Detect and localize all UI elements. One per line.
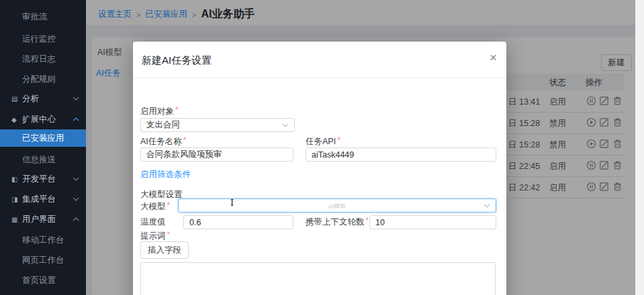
- sidebar: 审批流 运行监控 流程日志 分配规则 ▤ 分析 ◆ 扩展中心 已安装应用 信息推…: [0, 0, 86, 295]
- sidebar-item-message-push[interactable]: 信息推送: [0, 150, 86, 170]
- prompt-textarea[interactable]: [140, 262, 496, 295]
- chevron-up-icon: [73, 217, 79, 221]
- required-mark: *: [175, 105, 179, 115]
- sidebar-group-user-interface[interactable]: ▦ 用户界面: [0, 209, 86, 229]
- chevron-down-icon: [73, 97, 79, 101]
- context-rounds-input[interactable]: [369, 215, 496, 229]
- analysis-icon: ▤: [11, 95, 20, 103]
- app-window: 设置主页 > 已安装应用 > AI业务助手 AI模型 AI任务 新建 状态 操作…: [0, 0, 644, 295]
- scrollbar-track[interactable]: [635, 0, 644, 295]
- chevron-down-icon: [73, 177, 79, 181]
- dialog-header: 新建AI任务设置 ×: [133, 42, 506, 78]
- temperature-label: 温度值: [140, 217, 166, 228]
- required-mark: *: [337, 135, 340, 145]
- sidebar-item-mobile-workbench[interactable]: 移动工作台: [0, 230, 86, 250]
- model-select[interactable]: AI模型: [178, 198, 496, 213]
- sidebar-item-approval-flow[interactable]: 审批流: [0, 7, 86, 27]
- required-mark: *: [366, 216, 369, 225]
- model-section-label: 大模型设置: [140, 189, 183, 200]
- task-api-label: 任务API*: [306, 136, 340, 148]
- text-cursor-icon: I: [230, 198, 234, 208]
- enable-target-label: 启用对象*: [140, 106, 179, 117]
- temperature-input[interactable]: [183, 215, 293, 229]
- sidebar-group-dev-platform[interactable]: ◧ 开发平台: [0, 169, 86, 189]
- clipped-option-text: AI模型: [179, 202, 496, 209]
- prompt-label: 提示词*: [140, 231, 170, 242]
- ui-grid-icon: ▦: [11, 216, 20, 223]
- sidebar-item-web-workbench[interactable]: 网页工作台: [0, 250, 86, 270]
- sidebar-group-extension-center[interactable]: ◆ 扩展中心: [0, 109, 86, 129]
- required-mark: *: [183, 135, 187, 145]
- extension-icon: ◆: [11, 116, 20, 123]
- sidebar-item-run-monitor[interactable]: 运行监控: [0, 29, 86, 49]
- select-arrow-icon: [282, 123, 289, 127]
- integration-icon: ◨: [11, 196, 20, 203]
- chevron-down-icon: [73, 197, 79, 201]
- dialog-body: 启用对象* 支出合同 AI任务名称* 任务API* 启用筛选条件 大模型设置 大…: [133, 78, 506, 295]
- sidebar-item-process-log[interactable]: 流程日志: [0, 49, 86, 69]
- new-ai-task-dialog: 新建AI任务设置 × 启用对象* 支出合同 AI任务名称* 任务API* 启用筛…: [133, 42, 506, 295]
- dialog-title: 新建AI任务设置: [142, 54, 212, 67]
- task-api-input[interactable]: [306, 148, 496, 162]
- select-arrow-icon: [484, 204, 490, 208]
- insert-field-button[interactable]: 插入字段: [140, 241, 189, 259]
- chevron-up-icon: [73, 117, 79, 121]
- sidebar-group-analysis[interactable]: ▤ 分析: [0, 88, 86, 109]
- sidebar-item-home-settings[interactable]: 首页设置: [0, 270, 86, 290]
- sidebar-item-installed-apps[interactable]: 已安装应用: [0, 129, 86, 147]
- context-rounds-label: 携带上下文轮数*: [306, 217, 369, 228]
- task-name-label: AI任务名称*: [140, 136, 186, 148]
- close-icon[interactable]: ×: [490, 51, 497, 64]
- sidebar-item-assign-rules[interactable]: 分配规则: [0, 69, 86, 89]
- dev-platform-icon: ◧: [11, 176, 20, 183]
- model-label: 大模型*: [140, 201, 170, 213]
- enable-target-select[interactable]: 支出合同: [140, 118, 295, 132]
- sidebar-group-integration-platform[interactable]: ◨ 集成平台: [0, 189, 86, 209]
- task-name-input[interactable]: [140, 148, 293, 162]
- enable-filter-link[interactable]: 启用筛选条件: [140, 169, 191, 180]
- required-mark: *: [167, 200, 171, 210]
- required-mark: *: [167, 230, 171, 239]
